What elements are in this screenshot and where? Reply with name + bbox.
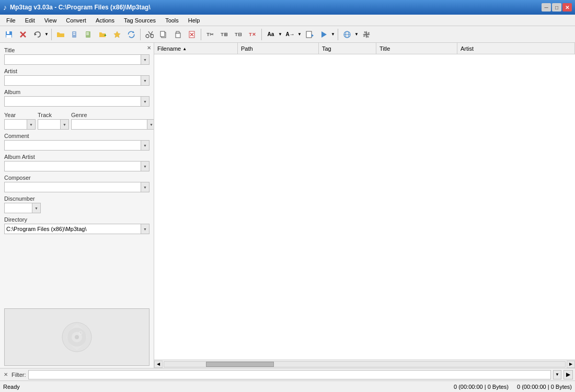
year-field-group: Year ▼ bbox=[4, 110, 36, 130]
year-input[interactable] bbox=[5, 120, 27, 129]
composer-dropdown-btn[interactable]: ▼ bbox=[141, 182, 149, 192]
format-dropdown-arrow[interactable]: ▼ bbox=[297, 28, 302, 41]
album-artist-input[interactable] bbox=[5, 162, 141, 171]
svg-marker-5 bbox=[34, 33, 37, 36]
h-scrollbar-area: ◀ ▶ bbox=[154, 360, 575, 368]
menu-tools[interactable]: Tools bbox=[161, 15, 183, 26]
copy-button[interactable] bbox=[157, 28, 170, 41]
scroll-left-button[interactable]: ◀ bbox=[154, 361, 163, 368]
save-button[interactable] bbox=[2, 28, 16, 41]
album-artist-field-group: Album Artist ▼ bbox=[4, 154, 150, 171]
open-playlist-button[interactable] bbox=[82, 28, 96, 41]
web-button[interactable] bbox=[340, 28, 354, 41]
filter-close-button[interactable]: ✕ bbox=[2, 371, 9, 378]
close-button[interactable]: ✕ bbox=[562, 3, 572, 11]
menu-actions[interactable]: Actions bbox=[91, 15, 119, 26]
status-stat2: 0 (00:00:00 | 0 Bytes) bbox=[517, 384, 572, 390]
menu-file[interactable]: File bbox=[2, 15, 20, 26]
open-folder-button[interactable] bbox=[54, 28, 67, 41]
export-button[interactable] bbox=[303, 28, 316, 41]
menu-help[interactable]: Help bbox=[184, 15, 204, 26]
settings-button[interactable] bbox=[360, 28, 373, 41]
format-button[interactable]: A→ bbox=[283, 28, 297, 41]
filter-dropdown-button[interactable]: ▼ bbox=[553, 370, 561, 379]
album-artist-dropdown-btn[interactable]: ▼ bbox=[141, 162, 149, 171]
add-folder-button[interactable]: + bbox=[96, 28, 110, 41]
tag-paste-button[interactable]: T⊟ bbox=[232, 28, 245, 41]
scroll-right-button[interactable]: ▶ bbox=[567, 361, 575, 368]
title-dropdown-btn[interactable]: ▼ bbox=[141, 55, 149, 64]
track-input[interactable] bbox=[38, 120, 60, 129]
case-button[interactable]: Aa bbox=[264, 28, 278, 41]
h-scrollbar-track[interactable] bbox=[164, 361, 566, 367]
fields-container: Title ▼ Artist ▼ Album ▼ bbox=[0, 43, 154, 306]
title-input-wrap: ▼ bbox=[4, 54, 150, 65]
h-scrollbar-thumb[interactable] bbox=[206, 362, 274, 367]
refresh-button[interactable] bbox=[124, 28, 138, 41]
genre-dropdown-btn[interactable]: ▼ bbox=[147, 120, 154, 129]
status-right: 0 (00:00:00 | 0 Bytes) 0 (00:00:00 | 0 B… bbox=[454, 384, 572, 390]
menu-view[interactable]: View bbox=[40, 15, 61, 26]
file-list-header: Filename ▲ Path Tag Title Artist bbox=[154, 43, 575, 54]
album-dropdown-btn[interactable]: ▼ bbox=[141, 97, 149, 106]
col-header-title[interactable]: Title bbox=[376, 43, 457, 54]
undo-button[interactable] bbox=[30, 28, 44, 41]
filter-input[interactable] bbox=[28, 370, 551, 379]
year-dropdown-btn[interactable]: ▼ bbox=[27, 120, 35, 129]
minimize-button[interactable]: ─ bbox=[542, 3, 551, 11]
tag-cut-button[interactable]: T✂ bbox=[203, 28, 217, 41]
album-input[interactable] bbox=[5, 97, 141, 106]
artist-input[interactable] bbox=[5, 76, 141, 85]
remove-tag-button[interactable]: T✕ bbox=[246, 28, 259, 41]
discnumber-input-wrap: ▼ bbox=[4, 203, 41, 213]
open-files-button[interactable] bbox=[68, 28, 82, 41]
actions-button[interactable] bbox=[317, 28, 330, 41]
col-header-tag[interactable]: Tag bbox=[319, 43, 376, 54]
maximize-button[interactable]: □ bbox=[552, 3, 561, 11]
right-panel: Filename ▲ Path Tag Title Artist ◀ bbox=[154, 43, 575, 368]
case-dropdown-arrow[interactable]: ▼ bbox=[278, 28, 283, 41]
track-dropdown-btn[interactable]: ▼ bbox=[60, 120, 68, 129]
menu-convert[interactable]: Convert bbox=[62, 15, 90, 26]
cut-button[interactable] bbox=[143, 28, 156, 41]
artist-dropdown-btn[interactable]: ▼ bbox=[141, 76, 149, 85]
title-input[interactable] bbox=[5, 55, 141, 64]
col-header-artist[interactable]: Artist bbox=[457, 43, 575, 54]
delete-button[interactable] bbox=[16, 28, 30, 41]
col-header-filename[interactable]: Filename ▲ bbox=[154, 43, 238, 54]
directory-input[interactable] bbox=[5, 224, 141, 234]
genre-field-group: Genre ▼ bbox=[71, 110, 154, 130]
comment-label: Comment bbox=[4, 133, 150, 139]
favorite-button[interactable] bbox=[110, 28, 124, 41]
discnumber-input[interactable] bbox=[5, 203, 32, 213]
actions-dropdown-arrow[interactable]: ▼ bbox=[330, 28, 336, 41]
composer-input[interactable] bbox=[5, 182, 141, 192]
paste-button[interactable] bbox=[171, 28, 185, 41]
genre-label: Genre bbox=[71, 112, 154, 118]
filter-apply-button[interactable]: ▶ bbox=[564, 370, 573, 379]
svg-rect-18 bbox=[160, 31, 165, 37]
svg-marker-25 bbox=[312, 34, 314, 37]
track-field-group: Track ▼ bbox=[38, 110, 69, 130]
col-header-path[interactable]: Path bbox=[238, 43, 319, 54]
composer-label: Composer bbox=[4, 175, 150, 181]
remove-button[interactable] bbox=[185, 28, 199, 41]
year-track-genre-row: Year ▼ Track ▼ Genre bbox=[4, 110, 150, 130]
left-panel-close-button[interactable]: ✕ bbox=[145, 44, 153, 51]
tag-copy-button[interactable]: T⊞ bbox=[217, 28, 231, 41]
album-input-wrap: ▼ bbox=[4, 96, 150, 107]
svg-rect-11 bbox=[86, 32, 89, 33]
menu-edit[interactable]: Edit bbox=[21, 15, 39, 26]
web-dropdown-arrow[interactable]: ▼ bbox=[354, 28, 359, 41]
file-list-body[interactable] bbox=[154, 54, 575, 360]
svg-text:+: + bbox=[104, 33, 107, 38]
discnumber-dropdown-btn[interactable]: ▼ bbox=[32, 203, 40, 213]
comment-input[interactable] bbox=[5, 141, 141, 150]
menu-tag-sources[interactable]: Tag Sources bbox=[120, 15, 160, 26]
genre-input[interactable] bbox=[72, 120, 147, 129]
directory-dropdown-btn[interactable]: ▼ bbox=[141, 224, 149, 234]
album-label: Album bbox=[4, 89, 150, 95]
undo-dropdown-arrow[interactable]: ▼ bbox=[44, 28, 49, 41]
discnumber-label: Discnumber bbox=[4, 195, 150, 202]
comment-dropdown-btn[interactable]: ▼ bbox=[141, 141, 149, 150]
